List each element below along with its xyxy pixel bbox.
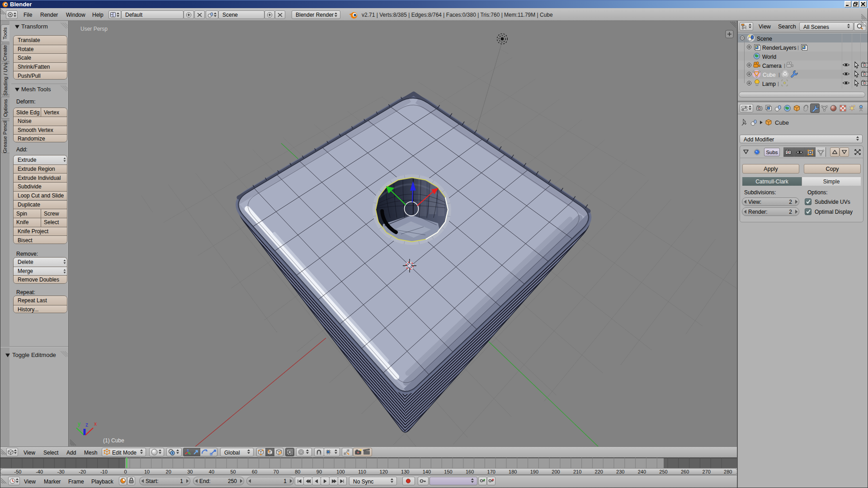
svg-text:190: 190 bbox=[530, 469, 538, 474]
svg-text:10: 10 bbox=[144, 469, 150, 474]
svg-text:130: 130 bbox=[401, 469, 409, 474]
svg-text:50: 50 bbox=[230, 469, 236, 474]
svg-text:(1) Cube: (1) Cube bbox=[103, 437, 124, 444]
svg-text:150: 150 bbox=[444, 469, 452, 474]
svg-text:70: 70 bbox=[274, 469, 279, 474]
svg-text:270: 270 bbox=[703, 469, 711, 474]
svg-text:180: 180 bbox=[509, 469, 517, 474]
svg-text:60: 60 bbox=[252, 469, 257, 474]
svg-text:220: 220 bbox=[595, 469, 603, 474]
svg-text:230: 230 bbox=[616, 469, 624, 474]
svg-text:210: 210 bbox=[573, 469, 581, 474]
svg-text:240: 240 bbox=[638, 469, 646, 474]
svg-text:-10: -10 bbox=[100, 469, 108, 474]
svg-text:260: 260 bbox=[681, 469, 689, 474]
svg-text:-50: -50 bbox=[14, 469, 22, 474]
svg-text:-40: -40 bbox=[36, 469, 43, 474]
svg-text:0: 0 bbox=[124, 469, 127, 474]
svg-text:-20: -20 bbox=[79, 469, 86, 474]
svg-text:80: 80 bbox=[295, 469, 300, 474]
svg-text:110: 110 bbox=[358, 469, 366, 474]
svg-text:User Persp: User Persp bbox=[80, 26, 108, 32]
svg-text:250: 250 bbox=[659, 469, 667, 474]
svg-text:x: x bbox=[94, 421, 97, 427]
svg-text:40: 40 bbox=[209, 469, 214, 474]
svg-text:30: 30 bbox=[187, 469, 193, 474]
svg-text:z: z bbox=[85, 422, 88, 428]
svg-text:y: y bbox=[78, 421, 80, 427]
svg-text:-30: -30 bbox=[57, 469, 65, 474]
svg-text:140: 140 bbox=[423, 469, 431, 474]
svg-text:170: 170 bbox=[487, 469, 495, 474]
svg-text:200: 200 bbox=[552, 469, 560, 474]
svg-text:120: 120 bbox=[380, 469, 388, 474]
svg-text:280: 280 bbox=[724, 469, 732, 474]
svg-text:160: 160 bbox=[466, 469, 474, 474]
svg-text:20: 20 bbox=[166, 469, 171, 474]
svg-text:100: 100 bbox=[336, 469, 344, 474]
svg-text:90: 90 bbox=[316, 469, 322, 474]
